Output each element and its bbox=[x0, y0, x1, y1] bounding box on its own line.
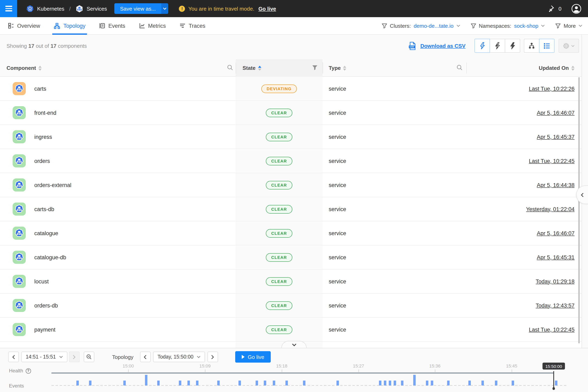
table-row[interactable]: carts-dbCLEARserviceYesterday, 01:22:04 bbox=[0, 197, 582, 221]
event-bar[interactable] bbox=[256, 380, 258, 386]
column-header-updated-on[interactable]: Updated On bbox=[539, 59, 574, 77]
event-bar[interactable] bbox=[447, 380, 450, 386]
updated-on-link[interactable]: Today, 12:43:57 bbox=[536, 294, 574, 317]
playhead-time-flag[interactable]: 15:50:00 bbox=[542, 362, 565, 370]
collapse-table-tab[interactable] bbox=[281, 341, 307, 348]
namespaces-filter[interactable]: Namespaces: sock-shop bbox=[470, 23, 545, 29]
event-bar[interactable] bbox=[512, 380, 514, 386]
table-row[interactable]: catalogue-dbCLEARserviceApr 5, 16:45:31 bbox=[0, 246, 582, 270]
event-bar[interactable] bbox=[273, 380, 275, 386]
time-range-dropdown[interactable]: 14:51 - 15:51 bbox=[21, 352, 67, 362]
lightning-filled-button[interactable] bbox=[505, 39, 520, 53]
avatar[interactable] bbox=[571, 4, 582, 14]
clusters-filter[interactable]: Clusters: demo-de...tate.io bbox=[382, 23, 460, 29]
event-bar[interactable] bbox=[217, 380, 220, 386]
table-row[interactable]: locustCLEARserviceToday, 01:29:18 bbox=[0, 270, 582, 294]
zoom-out-button[interactable] bbox=[84, 352, 94, 362]
sort-icon-ascending[interactable] bbox=[258, 66, 261, 70]
event-bar[interactable] bbox=[431, 380, 433, 386]
event-bar[interactable] bbox=[196, 380, 198, 386]
event-bar[interactable] bbox=[379, 380, 382, 386]
clusters-value[interactable]: demo-de...tate.io bbox=[414, 23, 454, 29]
column-header-state[interactable]: State bbox=[242, 59, 261, 77]
table-row[interactable]: catalogueCLEARserviceApr 5, 16:46:07 bbox=[0, 221, 582, 246]
updated-on-link[interactable]: Last Tue, 10:22:45 bbox=[529, 318, 574, 341]
lightning-half-filled-button[interactable] bbox=[490, 39, 505, 53]
tab-topology[interactable]: Topology bbox=[54, 17, 86, 34]
updated-on-link[interactable]: Apr 5, 16:46:07 bbox=[537, 221, 574, 245]
settings-button[interactable] bbox=[558, 39, 579, 53]
column-header-component[interactable]: Component bbox=[6, 59, 42, 77]
playhead-datetime-dropdown[interactable]: Today, 15:50:00 bbox=[153, 352, 205, 362]
event-bar[interactable] bbox=[286, 380, 288, 386]
download-csv-label[interactable]: Download as CSV bbox=[420, 43, 466, 49]
event-bar[interactable] bbox=[303, 380, 306, 386]
event-bar[interactable] bbox=[264, 380, 266, 386]
column-header-type[interactable]: Type bbox=[329, 59, 346, 77]
tab-traces[interactable]: Traces bbox=[180, 17, 206, 34]
state-filter-icon[interactable] bbox=[312, 65, 318, 72]
event-bar[interactable] bbox=[188, 380, 190, 386]
tab-metrics[interactable]: Metrics bbox=[139, 17, 166, 34]
events-timeline-baseline[interactable] bbox=[52, 385, 566, 386]
search-icon[interactable] bbox=[227, 64, 233, 72]
event-bar[interactable] bbox=[555, 380, 558, 386]
event-bar[interactable] bbox=[413, 375, 416, 386]
topology-view-button[interactable] bbox=[524, 39, 540, 53]
breadcrumb-services[interactable]: Services bbox=[86, 6, 107, 12]
playhead-back-button[interactable] bbox=[140, 352, 150, 362]
table-row[interactable]: paymentCLEARserviceLast Tue, 10:22:45 bbox=[0, 318, 582, 342]
event-bar[interactable] bbox=[482, 380, 484, 386]
search-icon[interactable] bbox=[456, 64, 463, 72]
table-scrollbar[interactable] bbox=[578, 77, 580, 344]
event-bar[interactable] bbox=[238, 380, 241, 386]
updated-on-link[interactable]: Apr 5, 16:45:37 bbox=[537, 125, 574, 149]
pin-icon[interactable] bbox=[547, 5, 554, 12]
event-bar[interactable] bbox=[468, 380, 471, 386]
event-bar[interactable] bbox=[157, 380, 160, 386]
event-bar[interactable] bbox=[123, 380, 126, 386]
playhead-forward-button[interactable] bbox=[208, 352, 218, 362]
sort-icon[interactable] bbox=[343, 66, 346, 70]
updated-on-link[interactable]: Apr 5, 16:46:07 bbox=[537, 101, 574, 124]
hamburger-menu-icon[interactable] bbox=[0, 0, 17, 17]
list-view-button[interactable] bbox=[539, 39, 554, 53]
event-bar[interactable] bbox=[401, 380, 404, 386]
range-back-button[interactable] bbox=[8, 352, 19, 362]
tab-events[interactable]: Events bbox=[100, 17, 125, 34]
save-view-caret-icon[interactable] bbox=[162, 3, 168, 14]
namespaces-value[interactable]: sock-shop bbox=[514, 23, 538, 29]
event-bar[interactable] bbox=[89, 380, 92, 386]
health-timeline-bar[interactable] bbox=[52, 372, 554, 374]
table-row[interactable]: ordersCLEARserviceLast Tue, 10:22:45 bbox=[0, 149, 582, 173]
save-view-as-label[interactable]: Save view as... bbox=[114, 3, 162, 14]
playhead-dot[interactable] bbox=[552, 387, 555, 390]
updated-on-link[interactable]: Last Tue, 10:22:26 bbox=[529, 77, 574, 100]
sort-icon[interactable] bbox=[38, 66, 42, 70]
event-bar[interactable] bbox=[145, 375, 148, 386]
event-bar[interactable] bbox=[336, 380, 339, 386]
updated-on-link[interactable]: Last Tue, 10:22:45 bbox=[529, 149, 574, 173]
updated-on-link[interactable]: Today, 01:29:18 bbox=[536, 270, 574, 293]
lightning-outline-button[interactable] bbox=[474, 39, 490, 53]
event-bar[interactable] bbox=[394, 380, 396, 386]
tab-overview[interactable]: Overview bbox=[8, 17, 40, 34]
updated-on-link[interactable]: Yesterday, 01:22:04 bbox=[526, 197, 574, 221]
go-live-link[interactable]: Go live bbox=[258, 6, 276, 12]
event-bar[interactable] bbox=[76, 380, 79, 386]
event-bar[interactable] bbox=[384, 380, 386, 386]
download-csv-button[interactable]: CSV Download as CSV bbox=[408, 42, 466, 50]
save-view-as-button[interactable]: Save view as... bbox=[114, 3, 168, 14]
playhead-line[interactable] bbox=[554, 371, 554, 388]
sort-icon[interactable] bbox=[571, 66, 574, 70]
event-bar[interactable] bbox=[426, 380, 428, 386]
event-bar[interactable] bbox=[179, 380, 181, 386]
updated-on-link[interactable]: Apr 5, 16:45:31 bbox=[537, 246, 574, 269]
more-filters[interactable]: More bbox=[556, 23, 582, 29]
help-icon[interactable]: ? bbox=[26, 368, 31, 374]
table-row[interactable]: orders-externalCLEARserviceApr 5, 16:44:… bbox=[0, 173, 582, 197]
event-bar[interactable] bbox=[389, 380, 391, 386]
table-row[interactable]: orders-dbCLEARserviceToday, 12:43:57 bbox=[0, 294, 582, 318]
event-bar[interactable] bbox=[495, 380, 497, 386]
table-row[interactable]: front-endCLEARserviceApr 5, 16:46:07 bbox=[0, 101, 582, 125]
